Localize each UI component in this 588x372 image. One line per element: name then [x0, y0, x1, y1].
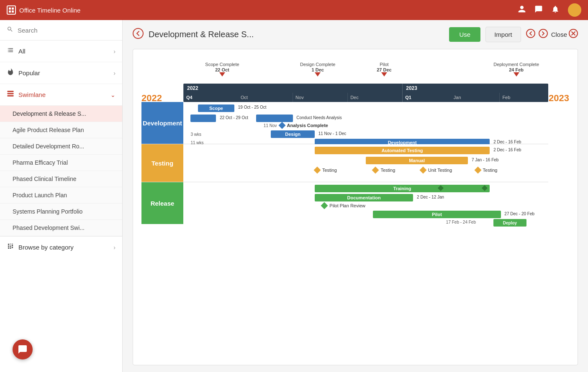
unit-testing-label: Unit Testing: [428, 168, 452, 173]
bar-needs-analysis-label: 22 Oct - 29 Oct: [220, 115, 248, 120]
swimlane-release-label: Release: [141, 182, 183, 224]
testing-diamond-1: Testing: [315, 168, 337, 173]
swimlane-testing-content: Automated Testing 2 Dec - 16 Feb Manual …: [183, 144, 548, 182]
close-button[interactable]: Close: [551, 29, 578, 40]
bar-deploy-label: 17 Feb - 24 Feb: [446, 220, 476, 224]
diamond-analysis-complete-icon: [278, 122, 285, 129]
bar-manual-label: 7 Jan - 16 Feb: [472, 158, 498, 162]
quarter-q4: Q4: [183, 93, 238, 102]
bar-deploy: Deploy: [493, 219, 526, 227]
sidebar-sub-detailed-dev[interactable]: Detailed Development Ro...: [0, 138, 122, 155]
chat-button[interactable]: [13, 339, 33, 359]
content-area: Development & Release S... Use Import: [123, 20, 588, 372]
milestone-pilot: Pilot 27 Dec: [377, 62, 391, 76]
sidebar-sub-dev-release[interactable]: Development & Release S...: [0, 106, 122, 122]
milestone-label: Deployment Complete: [493, 62, 539, 67]
message-icon[interactable]: [534, 5, 543, 15]
sidebar-sub-product-launch[interactable]: Product Launch Plan: [0, 187, 122, 204]
milestone-design-complete: Design Complete 1 Dec: [300, 62, 335, 76]
logo-icon: [7, 5, 16, 15]
milestone-date: 22 Oct: [205, 67, 239, 72]
sidebar-item-all[interactable]: All ›: [0, 41, 122, 62]
browse-chevron-icon: ›: [113, 244, 116, 251]
milestone-label: Pilot: [377, 62, 391, 67]
testing-2-label: Testing: [380, 168, 395, 173]
use-button[interactable]: Use: [449, 27, 480, 42]
user-icon[interactable]: [518, 5, 526, 15]
sidebar-sub-phased-dev-swi[interactable]: Phased Development Swi...: [0, 220, 122, 236]
bell-icon[interactable]: [551, 5, 560, 15]
sidebar-sub-agile-release[interactable]: Agile Product Release Plan: [0, 122, 122, 138]
milestone-label: Design Complete: [300, 62, 335, 67]
diamond-unit-testing-icon: [419, 167, 426, 174]
timeline-preview: 2022 2023 Scope Complete 22 Oct Design C…: [133, 49, 578, 365]
close-label: Close: [551, 31, 567, 38]
bar-pilot: Pilot: [373, 211, 501, 218]
all-chevron-icon: ›: [113, 48, 116, 55]
year-label-right: 2023: [549, 93, 569, 104]
testing-diamond-unit: Unit Testing: [421, 168, 452, 173]
milestone-date: 27 Dec: [377, 67, 391, 72]
month-oct: Oct: [238, 93, 293, 102]
swimlane-icon: [7, 90, 14, 99]
nav-next-button[interactable]: [539, 29, 548, 40]
swimlane-dev-content: Scope 19 Oct - 25 Oct 22 Oct - 29 Oct Co…: [183, 102, 548, 144]
svg-rect-5: [8, 93, 14, 94]
sidebar-sub-systems-planning[interactable]: Systems Planning Portfolio: [0, 204, 122, 220]
bar-needs-analysis-right: [256, 115, 293, 122]
top-nav-icons: [518, 3, 581, 17]
year-2022: 2022: [183, 84, 402, 93]
import-button[interactable]: Import: [485, 27, 521, 42]
milestone-arrow-icon: [514, 72, 519, 76]
bar-design-label: 11 Nov - 1 Dec: [318, 131, 347, 136]
swimlane-release-content: Training Documentation 2 Dec - 12 Jan Pi…: [183, 182, 548, 224]
back-button[interactable]: [133, 28, 144, 41]
sidebar-browse[interactable]: Browse by category ›: [0, 236, 122, 258]
svg-rect-6: [8, 95, 14, 97]
search-icon: [7, 26, 13, 34]
milestone-arrow-icon: [381, 72, 387, 76]
search-bar[interactable]: [0, 20, 122, 41]
bar-needs-analysis-left: [190, 115, 216, 122]
bar-dev-label: 2 Dec - 16 Feb: [493, 140, 521, 144]
bar-manual: Manual: [366, 157, 468, 164]
month-nov: Nov: [293, 93, 347, 102]
nav-prev-button[interactable]: [526, 29, 535, 40]
app-logo: Office Timeline Online: [7, 5, 80, 15]
bar-automated-testing-label: 2 Dec - 16 Feb: [493, 148, 521, 152]
month-feb: Feb: [499, 93, 548, 102]
diamond-pilot-plan-icon: [321, 202, 328, 209]
search-input[interactable]: [18, 27, 116, 34]
sidebar-item-popular[interactable]: Popular ›: [0, 62, 122, 84]
svg-rect-2: [9, 10, 11, 13]
svg-rect-1: [12, 8, 14, 10]
quarter-q1: Q1: [402, 93, 451, 102]
svg-point-8: [526, 29, 535, 38]
month-dec: Dec: [347, 93, 402, 102]
all-icon: [7, 46, 14, 56]
user-avatar[interactable]: [568, 3, 581, 17]
milestones-row: Scope Complete 22 Oct Design Complete 1 …: [183, 62, 548, 84]
content-title: Development & Release S...: [149, 30, 444, 39]
sidebar-sub-phased-clinical[interactable]: Phased Clinical Timeline: [0, 171, 122, 187]
milestone-arrow-icon: [219, 72, 225, 76]
svg-rect-4: [8, 91, 14, 92]
sidebar-sub-pharma-efficacy[interactable]: Pharma Efficacy Trial: [0, 155, 122, 171]
bar-needs-analysis-text: Conduct Needs Analysis: [296, 115, 342, 120]
analysis-complete-label: Analysis Complete: [287, 123, 328, 128]
bar-scope-label: 19 Oct - 25 Oct: [238, 105, 267, 110]
timeline-header-band: 2022 Q4 Oct Nov Dec 2023: [183, 84, 548, 102]
milestone-pilot-plan-review: Pilot Plan Review: [322, 203, 365, 208]
sidebar: All › Popular › Swimlane ⌄ Development &…: [0, 20, 123, 372]
pilot-plan-review-label: Pilot Plan Review: [329, 203, 365, 208]
nav-controls: Close: [526, 29, 578, 40]
top-navigation: Office Timeline Online: [0, 0, 588, 20]
main-layout: All › Popular › Swimlane ⌄ Development &…: [0, 20, 588, 372]
testing-3-label: Testing: [483, 168, 498, 173]
sidebar-item-swimlane[interactable]: Swimlane ⌄: [0, 84, 122, 106]
bar-scope: Scope: [198, 104, 234, 112]
milestone-analysis-complete: 11 Nov Analysis Complete: [264, 123, 328, 128]
svg-point-7: [133, 28, 143, 38]
diamond-testing-1-icon: [313, 167, 321, 174]
milestone-scope-complete: Scope Complete 22 Oct: [205, 62, 239, 76]
